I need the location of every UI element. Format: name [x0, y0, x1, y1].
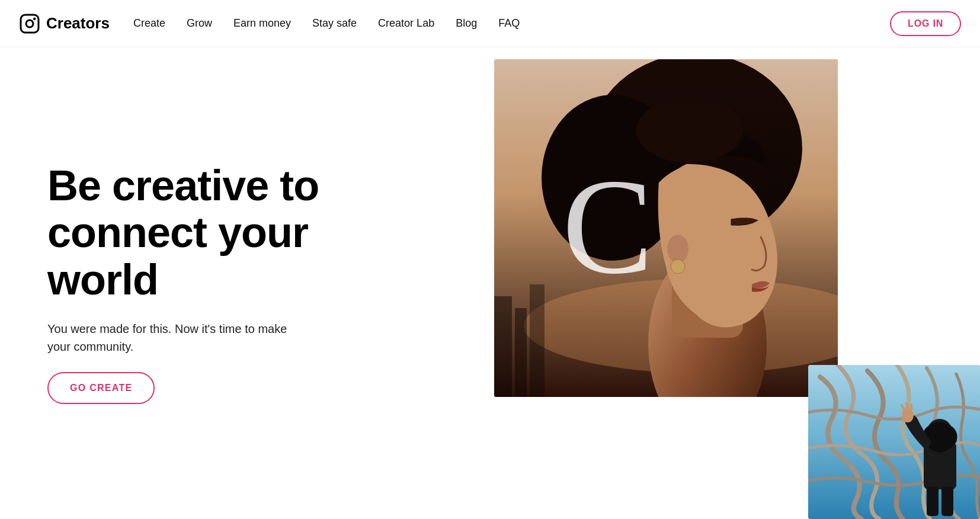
- svg-rect-12: [494, 296, 512, 397]
- nav-links: Create Grow Earn money Stay safe Creator…: [133, 17, 890, 30]
- secondary-hero-image: [808, 365, 980, 519]
- nav-link-earn-money[interactable]: Earn money: [233, 17, 291, 30]
- face-svg: C: [494, 59, 838, 397]
- main-hero-image: C: [494, 59, 838, 397]
- hero-subtitle: You were made for this. Now it's time to…: [47, 320, 296, 355]
- svg-point-2: [33, 17, 36, 20]
- hero-left: Be creative to connect your world You we…: [47, 162, 344, 404]
- svg-rect-24: [941, 486, 953, 516]
- svg-rect-0: [21, 15, 39, 33]
- brand-logo[interactable]: Creators: [19, 13, 110, 34]
- face-background: C: [494, 59, 838, 397]
- svg-rect-14: [530, 284, 545, 397]
- hero-title: Be creative to connect your world: [47, 162, 344, 303]
- nav-link-stay-safe[interactable]: Stay safe: [312, 17, 357, 30]
- nav-link-grow[interactable]: Grow: [187, 17, 212, 30]
- navbar: Creators Create Grow Earn money Stay saf…: [0, 0, 980, 47]
- svg-rect-23: [927, 486, 939, 516]
- svg-line-21: [907, 403, 908, 409]
- nav-link-faq[interactable]: FAQ: [498, 17, 520, 30]
- login-button[interactable]: LOG IN: [890, 11, 961, 36]
- svg-point-1: [26, 20, 33, 27]
- secondary-svg: [808, 365, 980, 519]
- nav-link-create[interactable]: Create: [133, 17, 165, 30]
- svg-point-10: [671, 260, 685, 274]
- nav-link-creator-lab[interactable]: Creator Lab: [378, 17, 434, 30]
- brand-label: Creators: [46, 14, 110, 33]
- svg-text:C: C: [562, 151, 653, 302]
- instagram-icon: [19, 13, 40, 34]
- svg-point-9: [667, 235, 688, 263]
- hero-section: Be creative to connect your world You we…: [0, 47, 980, 519]
- go-create-button[interactable]: GO CREATE: [47, 372, 155, 404]
- nav-link-blog[interactable]: Blog: [456, 17, 477, 30]
- svg-rect-13: [515, 308, 527, 397]
- hero-images: C: [447, 47, 980, 519]
